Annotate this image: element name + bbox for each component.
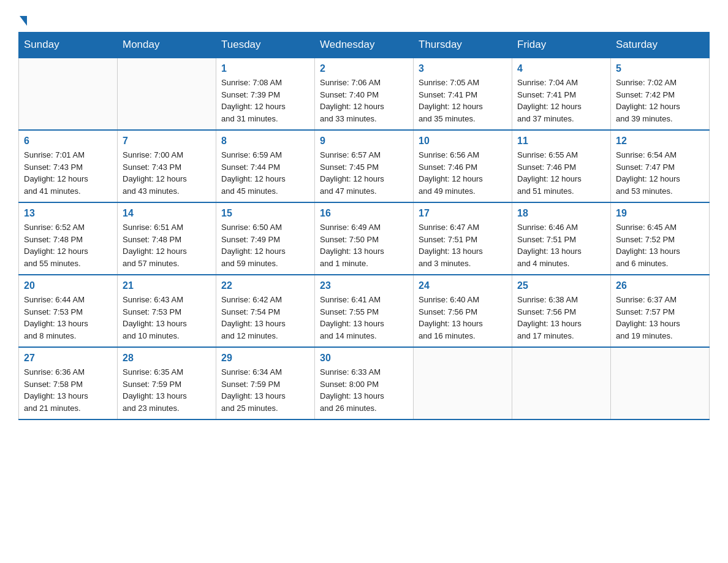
day-number: 17 <box>419 208 507 219</box>
day-info: Sunrise: 6:37 AM Sunset: 7:57 PM Dayligh… <box>616 294 704 342</box>
day-number: 27 <box>24 353 112 364</box>
day-info: Sunrise: 6:52 AM Sunset: 7:48 PM Dayligh… <box>24 221 112 269</box>
day-number: 28 <box>123 353 211 364</box>
calendar-day-cell: 4Sunrise: 7:04 AM Sunset: 7:41 PM Daylig… <box>512 58 611 130</box>
day-info: Sunrise: 6:57 AM Sunset: 7:45 PM Dayligh… <box>320 149 408 197</box>
day-number: 30 <box>320 353 408 364</box>
day-number: 24 <box>419 280 507 291</box>
day-of-week-header: Tuesday <box>216 33 315 58</box>
day-info: Sunrise: 6:41 AM Sunset: 7:55 PM Dayligh… <box>320 294 408 342</box>
calendar-day-cell <box>512 347 611 419</box>
logo <box>18 12 27 26</box>
calendar-day-cell: 25Sunrise: 6:38 AM Sunset: 7:56 PM Dayli… <box>512 275 611 347</box>
calendar-day-cell: 29Sunrise: 6:34 AM Sunset: 7:59 PM Dayli… <box>216 347 315 419</box>
day-info: Sunrise: 6:42 AM Sunset: 7:54 PM Dayligh… <box>221 294 309 342</box>
calendar-day-cell: 28Sunrise: 6:35 AM Sunset: 7:59 PM Dayli… <box>118 347 216 419</box>
calendar-day-cell: 14Sunrise: 6:51 AM Sunset: 7:48 PM Dayli… <box>118 202 216 275</box>
calendar-day-cell: 3Sunrise: 7:05 AM Sunset: 7:41 PM Daylig… <box>414 58 512 130</box>
calendar-day-cell: 1Sunrise: 7:08 AM Sunset: 7:39 PM Daylig… <box>216 58 315 130</box>
day-info: Sunrise: 6:54 AM Sunset: 7:47 PM Dayligh… <box>616 149 704 197</box>
calendar-day-cell: 30Sunrise: 6:33 AM Sunset: 8:00 PM Dayli… <box>315 347 414 419</box>
calendar-day-cell: 21Sunrise: 6:43 AM Sunset: 7:53 PM Dayli… <box>118 275 216 347</box>
calendar-day-cell: 7Sunrise: 7:00 AM Sunset: 7:43 PM Daylig… <box>118 130 216 202</box>
day-info: Sunrise: 6:46 AM Sunset: 7:51 PM Dayligh… <box>517 221 605 269</box>
day-number: 1 <box>221 63 309 74</box>
calendar-day-cell: 5Sunrise: 7:02 AM Sunset: 7:42 PM Daylig… <box>611 58 710 130</box>
day-number: 29 <box>221 353 309 364</box>
calendar-day-cell: 12Sunrise: 6:54 AM Sunset: 7:47 PM Dayli… <box>611 130 710 202</box>
calendar-day-cell: 15Sunrise: 6:50 AM Sunset: 7:49 PM Dayli… <box>216 202 315 275</box>
day-number: 4 <box>517 63 605 74</box>
calendar-week-row: 27Sunrise: 6:36 AM Sunset: 7:58 PM Dayli… <box>19 347 710 419</box>
calendar-day-cell: 6Sunrise: 7:01 AM Sunset: 7:43 PM Daylig… <box>19 130 118 202</box>
day-number: 13 <box>24 208 112 219</box>
calendar-day-cell: 13Sunrise: 6:52 AM Sunset: 7:48 PM Dayli… <box>19 202 118 275</box>
day-number: 2 <box>320 63 408 74</box>
calendar-day-cell: 19Sunrise: 6:45 AM Sunset: 7:52 PM Dayli… <box>611 202 710 275</box>
day-number: 16 <box>320 208 408 219</box>
day-number: 20 <box>24 280 112 291</box>
calendar-day-cell <box>118 58 216 130</box>
calendar-day-cell <box>414 347 512 419</box>
calendar-day-cell: 9Sunrise: 6:57 AM Sunset: 7:45 PM Daylig… <box>315 130 414 202</box>
calendar-day-cell: 24Sunrise: 6:40 AM Sunset: 7:56 PM Dayli… <box>414 275 512 347</box>
calendar-day-cell: 23Sunrise: 6:41 AM Sunset: 7:55 PM Dayli… <box>315 275 414 347</box>
day-info: Sunrise: 7:00 AM Sunset: 7:43 PM Dayligh… <box>123 149 211 197</box>
logo-triangle-icon <box>20 16 27 26</box>
day-info: Sunrise: 6:38 AM Sunset: 7:56 PM Dayligh… <box>517 294 605 342</box>
day-info: Sunrise: 7:05 AM Sunset: 7:41 PM Dayligh… <box>419 77 507 124</box>
day-info: Sunrise: 6:40 AM Sunset: 7:56 PM Dayligh… <box>419 294 507 342</box>
day-info: Sunrise: 7:04 AM Sunset: 7:41 PM Dayligh… <box>517 77 605 124</box>
calendar-week-row: 20Sunrise: 6:44 AM Sunset: 7:53 PM Dayli… <box>19 275 710 347</box>
calendar-day-cell: 8Sunrise: 6:59 AM Sunset: 7:44 PM Daylig… <box>216 130 315 202</box>
calendar-day-cell: 10Sunrise: 6:56 AM Sunset: 7:46 PM Dayli… <box>414 130 512 202</box>
day-info: Sunrise: 6:45 AM Sunset: 7:52 PM Dayligh… <box>616 221 704 269</box>
calendar-week-row: 6Sunrise: 7:01 AM Sunset: 7:43 PM Daylig… <box>19 130 710 202</box>
calendar-day-cell: 20Sunrise: 6:44 AM Sunset: 7:53 PM Dayli… <box>19 275 118 347</box>
calendar-day-cell: 17Sunrise: 6:47 AM Sunset: 7:51 PM Dayli… <box>414 202 512 275</box>
day-number: 6 <box>24 136 112 147</box>
day-number: 21 <box>123 280 211 291</box>
page-header <box>18 12 710 26</box>
calendar-week-row: 13Sunrise: 6:52 AM Sunset: 7:48 PM Dayli… <box>19 202 710 275</box>
day-info: Sunrise: 6:36 AM Sunset: 7:58 PM Dayligh… <box>24 366 112 414</box>
calendar-table: SundayMondayTuesdayWednesdayThursdayFrid… <box>18 32 710 420</box>
calendar-day-cell <box>611 347 710 419</box>
day-of-week-header: Thursday <box>414 33 512 58</box>
day-number: 11 <box>517 136 605 147</box>
day-number: 23 <box>320 280 408 291</box>
calendar-day-cell <box>19 58 118 130</box>
day-number: 8 <box>221 136 309 147</box>
day-number: 18 <box>517 208 605 219</box>
day-of-week-header: Saturday <box>611 33 710 58</box>
day-number: 26 <box>616 280 704 291</box>
day-number: 3 <box>419 63 507 74</box>
calendar-day-cell: 2Sunrise: 7:06 AM Sunset: 7:40 PM Daylig… <box>315 58 414 130</box>
day-info: Sunrise: 6:35 AM Sunset: 7:59 PM Dayligh… <box>123 366 211 414</box>
day-number: 9 <box>320 136 408 147</box>
day-number: 10 <box>419 136 507 147</box>
day-info: Sunrise: 6:34 AM Sunset: 7:59 PM Dayligh… <box>221 366 309 414</box>
day-info: Sunrise: 7:02 AM Sunset: 7:42 PM Dayligh… <box>616 77 704 124</box>
calendar-day-cell: 18Sunrise: 6:46 AM Sunset: 7:51 PM Dayli… <box>512 202 611 275</box>
day-number: 12 <box>616 136 704 147</box>
day-number: 22 <box>221 280 309 291</box>
day-number: 14 <box>123 208 211 219</box>
day-number: 25 <box>517 280 605 291</box>
day-info: Sunrise: 6:59 AM Sunset: 7:44 PM Dayligh… <box>221 149 309 197</box>
day-info: Sunrise: 7:01 AM Sunset: 7:43 PM Dayligh… <box>24 149 112 197</box>
calendar-day-cell: 27Sunrise: 6:36 AM Sunset: 7:58 PM Dayli… <box>19 347 118 419</box>
day-info: Sunrise: 6:55 AM Sunset: 7:46 PM Dayligh… <box>517 149 605 197</box>
calendar-week-row: 1Sunrise: 7:08 AM Sunset: 7:39 PM Daylig… <box>19 58 710 130</box>
calendar-day-cell: 11Sunrise: 6:55 AM Sunset: 7:46 PM Dayli… <box>512 130 611 202</box>
calendar-day-cell: 16Sunrise: 6:49 AM Sunset: 7:50 PM Dayli… <box>315 202 414 275</box>
calendar-day-cell: 22Sunrise: 6:42 AM Sunset: 7:54 PM Dayli… <box>216 275 315 347</box>
calendar-day-cell: 26Sunrise: 6:37 AM Sunset: 7:57 PM Dayli… <box>611 275 710 347</box>
day-number: 19 <box>616 208 704 219</box>
day-number: 5 <box>616 63 704 74</box>
day-info: Sunrise: 7:08 AM Sunset: 7:39 PM Dayligh… <box>221 77 309 124</box>
day-info: Sunrise: 6:56 AM Sunset: 7:46 PM Dayligh… <box>419 149 507 197</box>
day-info: Sunrise: 6:43 AM Sunset: 7:53 PM Dayligh… <box>123 294 211 342</box>
day-info: Sunrise: 6:33 AM Sunset: 8:00 PM Dayligh… <box>320 366 408 414</box>
day-info: Sunrise: 6:47 AM Sunset: 7:51 PM Dayligh… <box>419 221 507 269</box>
